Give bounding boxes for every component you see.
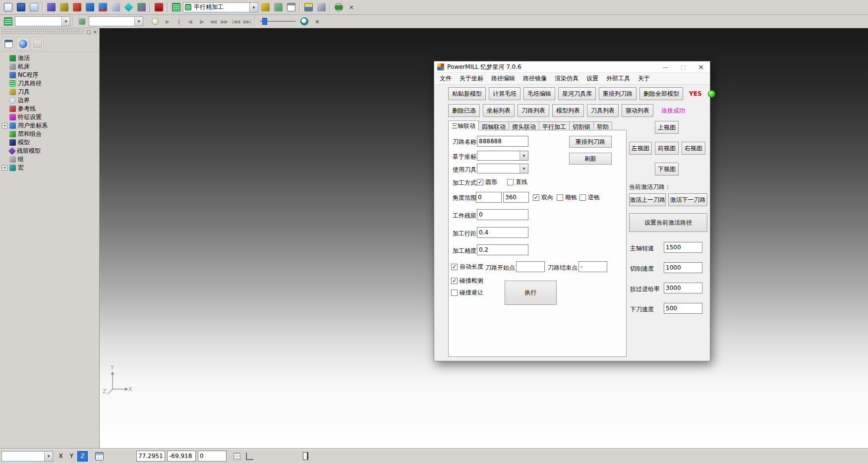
tool-mint-icon[interactable] bbox=[76, 15, 88, 27]
step-back-icon[interactable]: ◀| bbox=[185, 16, 195, 27]
tree-item-levels-sets[interactable]: 层和组合 bbox=[0, 130, 99, 138]
toolbar-close-icon[interactable]: × bbox=[346, 1, 357, 13]
coordinate-z-input[interactable] bbox=[198, 451, 227, 462]
toolpath-icon[interactable] bbox=[2, 15, 14, 27]
expand-icon[interactable]: + bbox=[2, 123, 7, 128]
machine-icon[interactable] bbox=[272, 1, 284, 13]
statusbar-combobox[interactable]: ▾ bbox=[1, 451, 53, 462]
angle-end-input[interactable] bbox=[503, 192, 529, 203]
paste-new-model-button[interactable]: 粘贴新模型 bbox=[448, 87, 486, 100]
tree-item-models[interactable]: 模型 bbox=[0, 138, 99, 147]
tree-item-boundaries[interactable]: 边界 bbox=[0, 96, 99, 105]
coord-list-button[interactable]: 坐标列表 bbox=[483, 104, 515, 117]
chevron-down-icon[interactable]: ▾ bbox=[520, 151, 528, 160]
tool-select[interactable]: ▾ bbox=[477, 164, 528, 174]
tool-list-button[interactable]: 刀具列表 bbox=[587, 104, 619, 117]
chevron-down-icon[interactable]: ▾ bbox=[520, 164, 528, 173]
toolpath-strategy-icon[interactable] bbox=[170, 1, 182, 13]
boundary-icon[interactable] bbox=[58, 1, 70, 13]
panel-grip[interactable]: □ × bbox=[1, 29, 98, 35]
dock-icon[interactable]: □ bbox=[86, 29, 91, 35]
simulation-toolpath-combobox[interactable]: ▾ bbox=[15, 16, 70, 26]
set-active-path-button[interactable]: 设置当前激活路径 bbox=[629, 213, 707, 232]
cutting-feed-input[interactable] bbox=[664, 262, 702, 273]
bottom-view-button[interactable]: 下视图 bbox=[655, 163, 679, 175]
tab-3axis[interactable]: 三轴联动 bbox=[448, 120, 479, 130]
grid-view-icon[interactable] bbox=[93, 450, 105, 462]
pause-icon[interactable]: ‖ bbox=[174, 16, 184, 27]
save-icon[interactable] bbox=[15, 1, 27, 13]
bulb-icon[interactable] bbox=[149, 15, 161, 27]
draw-pad-icon[interactable] bbox=[231, 450, 243, 462]
annotation-icon[interactable] bbox=[110, 1, 121, 13]
step-forward-icon[interactable]: |▶ bbox=[196, 16, 207, 27]
menu-render-sim[interactable]: 渲染仿真 bbox=[551, 73, 582, 84]
tool-library-button[interactable]: 星河刀具库 bbox=[558, 87, 596, 100]
chevron-down-icon[interactable]: ▾ bbox=[44, 452, 53, 461]
block-icon[interactable] bbox=[45, 1, 57, 13]
toolpath-name-input[interactable] bbox=[477, 136, 528, 147]
rewind-icon[interactable]: ◀◀ bbox=[208, 16, 218, 27]
maximize-icon[interactable]: □ bbox=[674, 61, 692, 72]
tab-swivel-head[interactable]: 摆头联动 bbox=[509, 121, 539, 130]
skim-feed-input[interactable] bbox=[664, 283, 702, 293]
tree-item-stock-models[interactable]: 残留模型 bbox=[0, 147, 99, 155]
go-to-end-icon[interactable]: ▶▶| bbox=[242, 16, 252, 27]
tree-item-nc-programs[interactable]: NC程序 bbox=[0, 71, 99, 79]
conventional-milling-checkbox[interactable]: 逆铣 bbox=[579, 193, 600, 202]
shield-icon[interactable] bbox=[31, 37, 44, 50]
statistics-icon[interactable] bbox=[302, 1, 314, 13]
tab-help[interactable]: 帮助 bbox=[593, 121, 612, 130]
base-coord-select[interactable]: ▾ bbox=[477, 151, 528, 161]
left-view-button[interactable]: 左视图 bbox=[629, 142, 652, 155]
tree-item-toolpaths[interactable]: 刀具路径 bbox=[0, 79, 99, 88]
bidirectional-checkbox[interactable]: ✓ 双向 bbox=[533, 193, 553, 202]
front-view-button[interactable]: 前视图 bbox=[655, 142, 679, 155]
new-model-icon[interactable] bbox=[2, 1, 14, 13]
menu-coords[interactable]: 关于坐标 bbox=[456, 73, 487, 84]
plunge-feed-input[interactable] bbox=[664, 303, 702, 314]
top-view-button[interactable]: 上视图 bbox=[655, 121, 679, 134]
tree-item-macros[interactable]: +宏 bbox=[0, 164, 99, 172]
chevron-down-icon[interactable]: ▾ bbox=[61, 17, 70, 26]
workplane-icon[interactable] bbox=[84, 1, 96, 13]
climb-milling-checkbox[interactable]: 顺铣 bbox=[557, 193, 577, 202]
activate-next-toolpath-button[interactable]: 激活下一刀路 bbox=[668, 193, 707, 206]
angle-start-input[interactable] bbox=[476, 192, 502, 203]
slider-thumb[interactable] bbox=[262, 18, 267, 25]
strategy-combobox[interactable]: 平行精加工 ▾ bbox=[183, 2, 258, 12]
menu-external-tools[interactable]: 外部工具 bbox=[602, 73, 634, 84]
start-point-input[interactable] bbox=[516, 261, 545, 272]
stock-allowance-input[interactable] bbox=[477, 209, 528, 220]
coordinate-y-input[interactable] bbox=[167, 451, 196, 462]
play-icon[interactable]: ▶ bbox=[162, 16, 173, 27]
tab-parallel[interactable]: 平行加工 bbox=[539, 121, 570, 130]
tree-item-activate[interactable]: 激活 bbox=[0, 54, 99, 62]
y-axis-button[interactable]: Y bbox=[66, 451, 77, 462]
rearrange-toolpath-button[interactable]: 重排列刀路 bbox=[599, 87, 637, 100]
toolbar-close-icon[interactable]: × bbox=[311, 15, 323, 27]
end-point-input[interactable] bbox=[579, 261, 607, 272]
spindle-speed-input[interactable] bbox=[664, 242, 702, 253]
close-icon[interactable]: × bbox=[692, 61, 710, 72]
globe-icon[interactable] bbox=[16, 37, 29, 50]
circle-method-checkbox[interactable]: ✓ 圆形 bbox=[477, 178, 497, 186]
tree-item-patterns[interactable]: 参考线 bbox=[0, 105, 99, 113]
refresh-button[interactable]: 刷新 bbox=[569, 153, 612, 165]
coordinate-x-input[interactable] bbox=[136, 451, 165, 462]
collision-avoid-checkbox[interactable]: 碰撞避让 bbox=[451, 289, 483, 297]
tree-item-machine[interactable]: 机床 bbox=[0, 62, 99, 71]
menu-file[interactable]: 文件 bbox=[436, 73, 456, 84]
delete-all-models-button[interactable]: 删除全部模型 bbox=[639, 87, 683, 100]
panel-close-icon[interactable]: × bbox=[93, 29, 97, 35]
feature-icon[interactable] bbox=[135, 1, 147, 13]
line-method-checkbox[interactable]: 直线 bbox=[507, 178, 527, 186]
compute-stock-button[interactable]: 计算毛坯 bbox=[489, 87, 521, 100]
simulation-speed-slider[interactable] bbox=[260, 17, 295, 26]
chevron-down-icon[interactable]: ▾ bbox=[134, 17, 143, 26]
model-list-button[interactable]: 模型列表 bbox=[552, 104, 584, 117]
tree-item-tools[interactable]: 刀具 bbox=[0, 88, 99, 96]
z-axis-button[interactable]: Z bbox=[77, 451, 88, 462]
calculator-icon[interactable] bbox=[285, 1, 297, 13]
expand-icon[interactable]: + bbox=[2, 165, 7, 171]
